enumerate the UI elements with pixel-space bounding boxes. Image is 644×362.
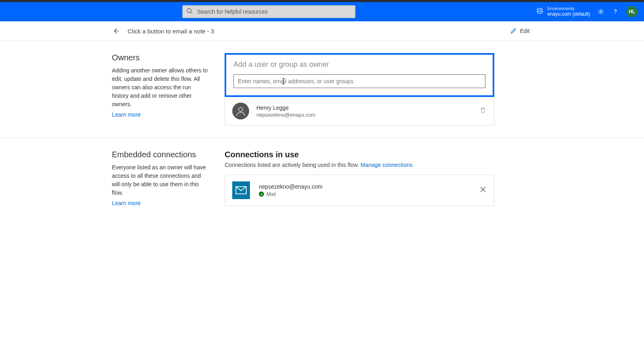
top-header: Environments enayu.com (default) HL	[0, 2, 644, 21]
svg-point-0	[187, 8, 191, 12]
connections-description: Everyone listed as an owner will have ac…	[112, 163, 208, 197]
environment-label: Environments	[547, 6, 590, 11]
owners-learn-more-link[interactable]: Learn more	[112, 111, 141, 118]
owners-description: Adding another owner allows others to ed…	[112, 66, 208, 109]
environment-selector[interactable]: Environments enayu.com (default)	[536, 6, 590, 17]
trash-icon	[479, 107, 487, 114]
check-icon	[259, 191, 264, 197]
page-title: Click a button to email a note - 3	[128, 28, 214, 35]
add-owner-title: Add a user or group as owner	[233, 60, 485, 69]
svg-point-4	[615, 13, 616, 14]
avatar[interactable]: HL	[626, 6, 638, 17]
pencil-icon	[510, 28, 517, 34]
connections-learn-more-link[interactable]: Learn more	[112, 200, 141, 206]
svg-point-3	[600, 11, 602, 13]
connections-subtitle: Connections listed are actively being us…	[225, 162, 494, 168]
search-container	[182, 5, 355, 18]
back-button[interactable]	[112, 27, 120, 35]
connections-in-use-title: Connections in use	[225, 150, 494, 159]
add-owner-input[interactable]	[233, 74, 485, 88]
manage-connections-link[interactable]: Manage connections	[361, 162, 413, 168]
connections-section: Embedded connections Everyone listed as …	[0, 138, 644, 219]
help-icon[interactable]	[612, 8, 619, 15]
avatar-initials: HL	[629, 9, 635, 14]
search-icon	[186, 8, 193, 16]
owners-section: Owners Adding another owner allows other…	[0, 41, 644, 138]
remove-connection-button[interactable]	[479, 186, 487, 195]
environment-name: enayu.com (default)	[547, 11, 590, 17]
add-owner-box: Add a user or group as owner	[225, 53, 494, 97]
settings-icon[interactable]	[597, 8, 605, 15]
connection-type: Mail	[266, 191, 276, 197]
svg-line-1	[191, 12, 192, 13]
owner-email: nepsezekno@enayu.com	[256, 112, 472, 118]
connection-email: nepsezekno@enayu.com	[259, 183, 471, 190]
subheader: Click a button to email a note - 3 Edit	[0, 21, 644, 41]
owner-name: Henry Legge	[256, 105, 472, 111]
edit-label: Edit	[520, 28, 530, 34]
connection-list-item: nepsezekno@enayu.com Mail	[225, 175, 494, 206]
owner-list-item: Henry Legge nepsezekno@enayu.com	[225, 97, 494, 125]
topbar-right: Environments enayu.com (default) HL	[536, 6, 638, 17]
owners-heading: Owners	[112, 53, 208, 62]
svg-point-2	[537, 8, 542, 10]
search-input[interactable]	[182, 5, 355, 18]
delete-owner-button[interactable]	[479, 107, 487, 115]
connections-heading: Embedded connections	[112, 150, 208, 159]
svg-point-5	[239, 107, 243, 111]
edit-button[interactable]: Edit	[510, 28, 530, 34]
mail-icon	[232, 181, 250, 199]
environment-icon	[536, 7, 543, 16]
close-icon	[479, 186, 487, 193]
person-icon	[232, 103, 249, 119]
